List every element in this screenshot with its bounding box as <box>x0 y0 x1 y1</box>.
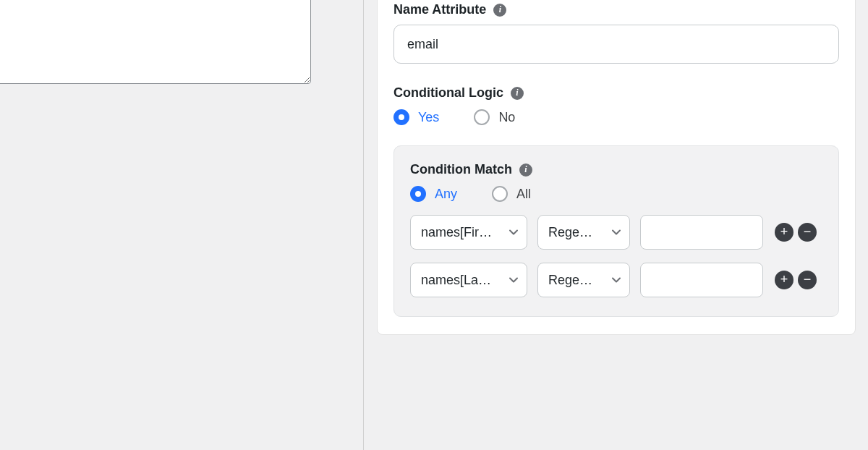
conditional-logic-yes[interactable]: Yes <box>393 109 439 125</box>
chevron-down-icon <box>610 274 622 286</box>
rule-operator-select[interactable]: Rege… <box>537 215 630 250</box>
right-settings-area: Name Attribute i Conditional Logic i Yes… <box>363 0 868 450</box>
plus-icon: + <box>780 225 788 238</box>
condition-match-radio-row: Any All <box>410 186 822 202</box>
condition-match-any[interactable]: Any <box>410 186 457 202</box>
name-attribute-group: Name Attribute i <box>393 2 839 64</box>
radio-icon <box>410 186 426 202</box>
add-rule-button[interactable]: + <box>775 223 793 242</box>
info-icon[interactable]: i <box>511 87 524 100</box>
rule-action-buttons: + − <box>775 271 817 289</box>
minus-icon: − <box>804 225 812 238</box>
chevron-down-icon <box>610 226 622 238</box>
conditional-logic-radio-row: Yes No <box>393 109 839 125</box>
rule-value-input[interactable] <box>640 263 763 297</box>
condition-match-label-row: Condition Match i <box>410 162 822 177</box>
rule-action-buttons: + − <box>775 223 817 242</box>
condition-rule-row: names[La… Rege… + − <box>410 263 822 297</box>
rule-field-select[interactable]: names[La… <box>410 263 527 297</box>
conditional-logic-group: Conditional Logic i Yes No <box>393 85 839 125</box>
radio-label-any: Any <box>435 187 457 202</box>
rule-field-value: names[Fir… <box>421 225 501 240</box>
rule-operator-select[interactable]: Rege… <box>537 263 630 297</box>
radio-icon <box>393 109 409 125</box>
remove-rule-button[interactable]: − <box>798 223 817 242</box>
minus-icon: − <box>804 273 812 286</box>
condition-match-label: Condition Match <box>410 162 512 177</box>
radio-icon <box>492 186 508 202</box>
condition-rule-row: names[Fir… Rege… + − <box>410 215 822 250</box>
radio-label-yes: Yes <box>418 110 439 125</box>
info-icon[interactable]: i <box>519 164 532 177</box>
conditional-logic-label-row: Conditional Logic i <box>393 85 839 101</box>
chevron-down-icon <box>508 274 519 286</box>
name-attribute-label: Name Attribute <box>393 2 486 17</box>
rule-field-select[interactable]: names[Fir… <box>410 215 527 250</box>
conditional-logic-no[interactable]: No <box>474 109 515 125</box>
rule-value-input[interactable] <box>640 215 763 250</box>
name-attribute-input[interactable] <box>393 25 839 64</box>
condition-match-all[interactable]: All <box>492 186 531 202</box>
chevron-down-icon <box>508 226 519 238</box>
rule-field-value: names[La… <box>421 273 501 288</box>
name-attribute-label-row: Name Attribute i <box>393 2 839 17</box>
radio-icon <box>474 109 490 125</box>
info-icon[interactable]: i <box>493 4 506 17</box>
add-rule-button[interactable]: + <box>775 271 793 289</box>
rule-operator-value: Rege… <box>548 225 603 240</box>
condition-match-panel: Condition Match i Any All names[Fir… <box>393 145 839 317</box>
rule-operator-value: Rege… <box>548 273 603 288</box>
left-textarea[interactable] <box>0 0 311 84</box>
left-textarea-container <box>0 0 311 84</box>
radio-label-no: No <box>498 110 515 125</box>
conditional-logic-label: Conditional Logic <box>393 85 503 101</box>
settings-panel: Name Attribute i Conditional Logic i Yes… <box>377 0 856 335</box>
radio-label-all: All <box>516 187 531 202</box>
remove-rule-button[interactable]: − <box>798 271 817 289</box>
plus-icon: + <box>780 273 788 286</box>
